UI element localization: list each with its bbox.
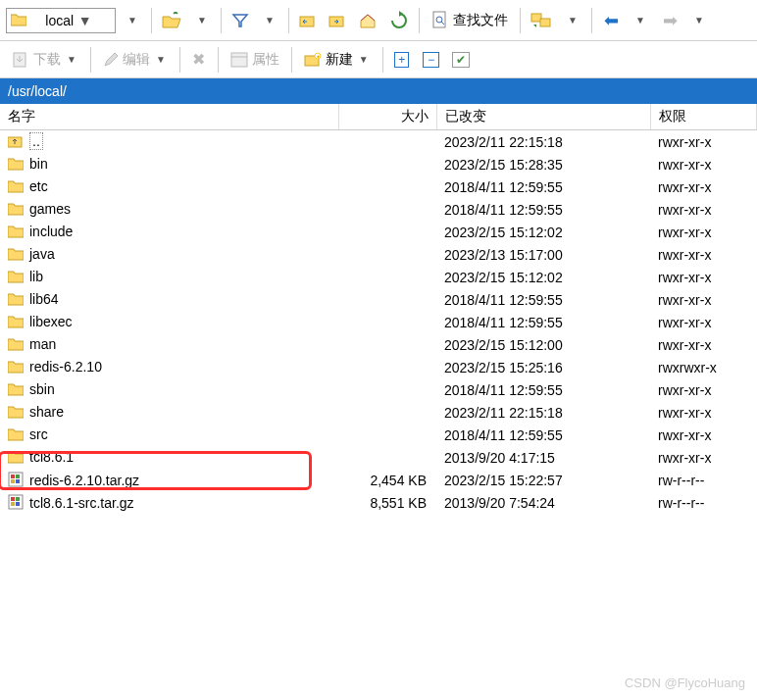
back-arrow-button[interactable]: ⬅ [598,8,624,33]
file-perm: rwxr-xr-x [650,266,757,288]
file-name: libexec [29,314,73,329]
folder-icon [8,157,25,173]
current-path: /usr/local/ [8,83,67,99]
folder-icon [8,202,25,218]
checkbox-button[interactable]: ✔ [448,47,474,73]
refresh-icon [389,11,409,30]
table-row[interactable]: share2023/2/11 22:15:18rwxr-xr-x [0,401,757,424]
file-changed: 2023/2/15 15:22:57 [436,469,650,491]
plus-button[interactable]: + [389,47,415,73]
open-folder-button[interactable] [158,8,185,33]
table-row[interactable]: redis-6.2.10.tar.gz2,454 KB2023/2/15 15:… [0,469,757,491]
table-row[interactable]: java2023/2/13 15:17:00rwxr-xr-x [0,243,757,266]
table-row[interactable]: games2018/4/11 12:59:55rwxr-xr-x [0,198,757,221]
table-row[interactable]: bin2023/2/15 15:28:35rwxr-xr-x [0,153,757,175]
folder-icon [8,382,25,398]
table-row[interactable]: redis-6.2.102023/2/15 15:25:16rwxrwxr-x [0,356,757,378]
file-size [338,266,436,288]
cancel-button[interactable]: ✖ [186,47,212,73]
file-changed: 2018/4/11 12:59:55 [436,424,650,446]
file-name: redis-6.2.10 [29,359,102,375]
file-changed: 2023/2/13 15:17:00 [436,243,650,266]
arrow-left-icon: ⬅ [604,10,619,31]
file-name: etc [29,178,48,194]
file-changed: 2018/4/11 12:59:55 [436,175,650,198]
table-row[interactable]: lib642018/4/11 12:59:55rwxr-xr-x [0,288,757,311]
forward-arrow-button[interactable]: ➡ [657,8,682,33]
file-perm: rwxr-xr-x [650,221,757,243]
file-perm: rwxr-xr-x [650,175,757,198]
table-row[interactable]: include2023/2/15 15:12:02rwxr-xr-x [0,221,757,243]
filter-button[interactable] [227,8,253,33]
file-changed: 2023/2/15 15:12:02 [436,266,650,288]
nav-back-button[interactable] [295,8,321,33]
file-changed: 2018/4/11 12:59:55 [436,198,650,221]
table-row[interactable]: ..2023/2/11 22:15:18rwxr-xr-x [0,130,757,154]
table-row[interactable]: sbin2018/4/11 12:59:55rwxr-xr-x [0,378,757,401]
svg-rect-8 [231,53,247,67]
table-row[interactable]: lib2023/2/15 15:12:02rwxr-xr-x [0,266,757,288]
sync-icon [530,11,552,30]
file-size [338,424,436,446]
filter-dropdown[interactable]: ▼ [257,8,282,33]
file-perm: rwxr-xr-x [650,311,757,333]
file-perm: rwxr-xr-x [650,130,757,154]
refresh-button[interactable] [385,8,413,33]
home-button[interactable] [354,8,381,33]
file-size [338,198,436,221]
new-button[interactable]: ✦ 新建▼ [298,47,377,73]
history-dropdown[interactable]: ▼ [120,8,145,33]
main-toolbar: local ▼ ▼ ▼ ▼ 查找文件 ▼ ⬅ ▼ ➡ ▼ [0,0,757,41]
table-row[interactable]: etc2018/4/11 12:59:55rwxr-xr-x [0,175,757,198]
file-perm: rwxrwxr-x [650,356,757,378]
table-row[interactable]: src2018/4/11 12:59:55rwxr-xr-x [0,424,757,446]
forward-arrow-dropdown[interactable]: ▼ [686,8,712,33]
nav-forward-button[interactable] [325,8,350,33]
folder-icon [8,179,25,195]
svg-rect-16 [16,475,20,478]
folder-back-icon [299,13,317,28]
up-folder-icon [8,134,25,150]
svg-rect-22 [11,502,15,506]
table-row[interactable]: tcl8.6.1-src.tar.gz8,551 KB2013/9/20 7:5… [0,491,757,514]
file-perm: rwxr-xr-x [650,243,757,266]
sync-dropdown[interactable]: ▼ [560,8,585,33]
file-perm: rwxr-xr-x [650,333,757,356]
col-size-header[interactable]: 大小 [338,104,436,130]
edit-button[interactable]: 编辑▼ [97,47,174,73]
back-arrow-dropdown[interactable]: ▼ [628,8,653,33]
download-button[interactable]: 下载▼ [6,47,84,73]
col-changed-header[interactable]: 已改变 [436,104,650,130]
table-row[interactable]: libexec2018/4/11 12:59:55rwxr-xr-x [0,311,757,333]
file-perm: rwxr-xr-x [650,446,757,469]
col-name-header[interactable]: 名字 [0,104,338,130]
file-name: tcl8.6.1-src.tar.gz [29,495,134,511]
file-name: lib [29,269,43,284]
home-icon [358,12,378,29]
folder-forward-icon [328,13,346,28]
location-combo[interactable]: local ▼ [6,8,116,33]
minus-icon: − [423,52,439,68]
open-dropdown[interactable]: ▼ [189,8,215,33]
file-size [338,130,436,154]
path-bar[interactable]: /usr/local/ [0,78,757,104]
folder-icon [8,405,25,421]
file-size [338,378,436,401]
folder-icon [8,247,25,263]
table-row[interactable]: tcl8.6.12013/9/20 4:17:15rwxr-xr-x [0,446,757,469]
col-perm-header[interactable]: 权限 [650,104,757,130]
check-icon: ✔ [452,52,470,68]
find-files-button[interactable]: 查找文件 [426,8,514,33]
svg-rect-23 [16,502,20,506]
file-name: bin [29,156,48,172]
sync-button[interactable] [527,8,556,33]
folder-icon [11,13,41,28]
chevron-down-icon: ▼ [76,13,111,28]
file-name: sbin [29,381,55,397]
file-changed: 2023/2/11 22:15:18 [436,401,650,424]
table-row[interactable]: man2023/2/15 15:12:00rwxr-xr-x [0,333,757,356]
file-perm: rwxr-xr-x [650,198,757,221]
minus-button[interactable]: − [419,47,444,73]
properties-button[interactable]: 属性 [225,47,285,73]
file-name: java [29,246,55,262]
